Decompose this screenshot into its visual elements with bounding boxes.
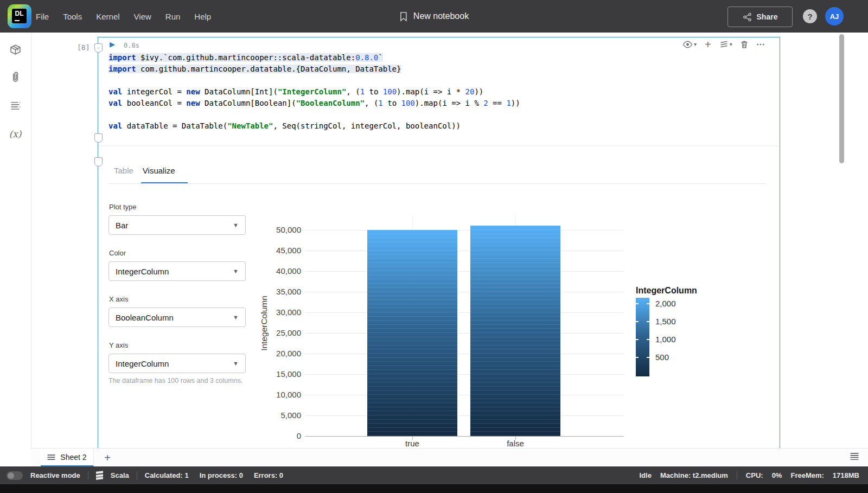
code-line[interactable] [108,109,520,120]
add-sheet-button[interactable]: + [100,451,114,465]
cell-type-button[interactable]: ▾ [719,41,732,48]
y-gridline [305,230,624,231]
y-gridline [305,271,624,272]
x-axis-label: X axis [109,295,246,304]
color-select[interactable]: IntegerColumn▼ [108,261,246,281]
cell-visibility-button[interactable]: ▾ [682,41,697,48]
menu-view[interactable]: View [134,12,151,21]
kernel-name[interactable]: Scala [111,471,129,479]
chevron-down-icon: ▼ [233,268,239,274]
kernel-state: Idle [639,471,651,479]
dataframe-note: The dataframe has 100 rows and 3 columns… [108,377,242,385]
y-tick-label: 5,000 [263,411,301,420]
avatar[interactable]: AJ [825,7,844,25]
menu-help[interactable]: Help [194,12,211,21]
legend-title: IntegerColumn [636,286,697,296]
y-gridline [305,374,624,375]
code-line[interactable]: val integerCol = new DataColumn[Int]("In… [108,86,520,98]
sidebar-item-variables[interactable]: (x) [0,123,30,145]
x-tick-label: true [391,439,434,448]
output-gutter-handle[interactable] [94,157,103,167]
in-process-count: In process: 0 [200,471,243,479]
tab-table[interactable]: Table [114,166,133,181]
color-label: Color [109,249,246,258]
menu-kernel[interactable]: Kernel [96,12,119,21]
notebook-title-area[interactable]: New notebook [399,0,469,33]
legend-tick-label: 1,500 [655,317,676,326]
cell-more-button[interactable]: ⋯ [756,39,765,49]
menu-file[interactable]: File [36,12,49,21]
y-gridline [305,395,624,395]
variables-icon: (x) [9,129,22,139]
menu-bar: FileToolsKernelViewRunHelp [36,0,211,33]
sheet-tab[interactable]: Sheet 2 [41,449,94,467]
tabs-rule [108,183,766,184]
code-line[interactable]: val dataTable = DataTable("NewTable", Se… [108,120,520,132]
divider [88,471,88,479]
execution-count: [8] [77,43,90,52]
packages-icon [9,43,22,56]
y-tick-label: 0 [263,431,301,440]
y-tick-label: 10,000 [263,390,301,399]
menu-tools[interactable]: Tools [63,12,82,21]
cell-collapse-handle[interactable]: − [94,43,103,53]
y-tick-label: 15,000 [263,369,301,379]
menu-run[interactable]: Run [165,12,181,21]
legend-tick [636,357,639,358]
code-line[interactable]: val booleanCol = new DataColumn[Boolean]… [108,98,520,109]
y-axis-select[interactable]: IntegerColumn▼ [108,354,246,373]
chevron-down-icon: ▼ [233,314,239,321]
status-bar-left: Reactive mode Scala Calculated: 1 In pro… [0,471,283,480]
plot-controls: Plot typeBar▼ColorIntegerColumn▼X axisBo… [108,203,246,387]
freemem-value: 1718MB [833,471,859,479]
y-axis-label: Y axis [109,341,246,350]
datalore-logo-letters: DL [12,9,27,23]
bar-true [367,230,457,436]
share-label: Share [757,12,778,21]
sidebar-item-outline[interactable] [0,95,30,117]
legend-tick-label: 1,000 [655,335,676,344]
chevron-down-icon: ▼ [233,360,239,367]
help-question-icon: ? [807,12,812,21]
y-tick-label: 35,000 [263,287,301,296]
reactive-mode-toggle[interactable] [7,471,23,480]
cell-gutter-handle[interactable] [94,133,103,143]
sidebar-item-packages[interactable] [0,39,30,60]
share-button[interactable]: Share [727,7,793,27]
calculated-count: Calculated: 1 [145,471,189,479]
plot-type-select[interactable]: Bar▼ [108,215,246,235]
x-tick-label: false [494,439,537,448]
legend-tick-label: 500 [655,353,669,362]
x-axis-select[interactable]: BooleanColumn▼ [108,308,246,327]
notebook-title: New notebook [413,11,469,21]
tab-visualize[interactable]: Visualize [143,166,175,181]
machine-info: Machine: t2.medium [660,471,728,479]
help-button[interactable]: ? [803,9,817,23]
freemem-label: FreeMem: [790,471,824,479]
status-bar-right: Idle Machine: t2.medium CPU: 0% FreeMem:… [639,471,868,479]
cell-toolbar: ▾ + ▾ ⋯ [682,39,765,49]
add-cell-button[interactable]: + [705,41,711,48]
legend-tick [647,321,649,322]
legend-tick [647,303,649,304]
sheet-tab-label: Sheet 2 [60,453,86,462]
left-sidebar: (x) ••• [0,33,31,466]
delete-cell-button[interactable] [741,40,748,49]
code-line[interactable]: import $ivy.`com.github.martincooper::sc… [108,52,520,63]
sidebar-item-attachments[interactable] [0,67,30,88]
plot-type-label: Plot type [109,203,246,212]
code-line[interactable]: import com.github.martincooper.datatable… [108,63,520,75]
code-line[interactable] [108,75,520,86]
run-duration: 0.8s [124,42,139,49]
sheet-bar: Sheet 2 + [31,448,868,467]
scrollbar-thumb[interactable] [839,34,844,163]
code-editor[interactable]: import $ivy.`com.github.martincooper::sc… [108,52,520,132]
y-gridline [305,354,624,354]
output-tabs: TableVisualize [114,166,175,181]
datalore-logo[interactable]: DL [8,4,31,28]
run-cell-button[interactable]: ▶ [110,40,115,48]
y-gridline [305,292,624,292]
sheet-list-button[interactable] [850,452,859,463]
window-bottom-edge [0,484,868,493]
y-tick-label: 20,000 [263,349,301,358]
